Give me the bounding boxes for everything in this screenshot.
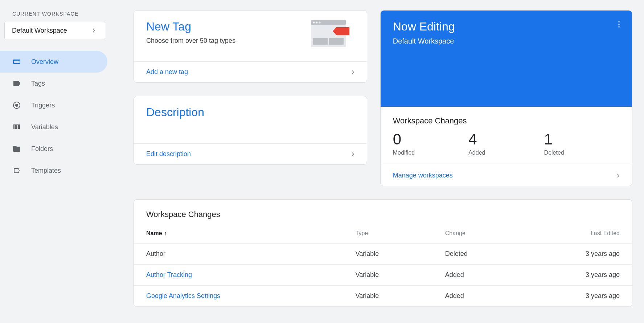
table-row[interactable]: Author Tracking Variable Added 3 years a… xyxy=(134,265,632,286)
col-name[interactable]: Name↑ xyxy=(134,224,343,244)
main-content: New Tag Choose from over 50 tag types xyxy=(117,0,644,323)
stat-value: 4 xyxy=(468,131,544,148)
sidebar-item-overview[interactable]: Overview xyxy=(0,51,107,73)
sidebar: CURRENT WORKSPACE Default Workspace Over… xyxy=(0,0,117,323)
stat-modified: 0 Modified xyxy=(393,131,468,156)
editing-title: Now Editing xyxy=(393,20,620,33)
overview-icon xyxy=(12,57,21,66)
svg-point-2 xyxy=(313,22,315,24)
new-tag-card: New Tag Choose from over 50 tag types xyxy=(134,10,367,83)
cell-change: Added xyxy=(433,265,533,286)
changes-table: Name↑ Type Change Last Edited Author Var… xyxy=(134,224,632,307)
edit-description-text: Edit description xyxy=(146,150,191,158)
sidebar-item-templates[interactable]: Templates xyxy=(0,160,117,181)
sidebar-item-label: Triggers xyxy=(31,102,55,109)
more-vert-icon xyxy=(615,20,623,29)
col-change[interactable]: Change xyxy=(433,224,533,244)
new-tag-subtitle: Choose from over 50 tag types xyxy=(146,37,235,45)
chevron-right-icon xyxy=(349,69,357,76)
tag-illustration-icon xyxy=(311,20,351,48)
svg-point-9 xyxy=(618,24,620,25)
trigger-icon xyxy=(12,101,21,110)
svg-point-3 xyxy=(316,22,317,24)
sidebar-item-label: Templates xyxy=(31,167,61,175)
sidebar-item-triggers[interactable]: Triggers xyxy=(0,94,117,116)
cell-name[interactable]: Google Analytics Settings xyxy=(134,286,343,307)
sidebar-item-label: Variables xyxy=(31,123,58,131)
cell-last: 3 years ago xyxy=(532,286,632,307)
cell-last: 3 years ago xyxy=(532,244,632,265)
svg-point-0 xyxy=(15,104,18,107)
description-title: Description xyxy=(146,106,354,119)
stat-added: 4 Added xyxy=(468,131,544,156)
col-last-edited[interactable]: Last Edited xyxy=(532,224,632,244)
add-tag-link[interactable]: Add a new tag xyxy=(134,61,367,82)
stat-label: Added xyxy=(468,150,544,156)
template-icon xyxy=(12,166,21,175)
stat-value: 1 xyxy=(544,131,620,148)
workspace-label: CURRENT WORKSPACE xyxy=(12,11,117,17)
changes-table-card: Workspace Changes Name↑ Type Change Last… xyxy=(134,199,632,307)
stat-label: Deleted xyxy=(544,150,620,156)
chevron-right-icon xyxy=(615,172,622,179)
sidebar-item-folders[interactable]: Folders xyxy=(0,138,117,160)
sidebar-item-label: Overview xyxy=(31,58,58,66)
cell-name: Author xyxy=(134,244,343,265)
folder-icon xyxy=(12,144,21,153)
workspace-changes-title: Workspace Changes xyxy=(393,116,620,126)
new-tag-title: New Tag xyxy=(146,20,235,33)
description-card: Description Edit description xyxy=(134,96,367,165)
cell-change: Added xyxy=(433,286,533,307)
cell-type: Variable xyxy=(343,286,433,307)
now-editing-card: Now Editing Default Workspace Workspace … xyxy=(380,10,632,186)
nav-list: Overview Tags Triggers Variables Folders… xyxy=(0,51,117,181)
sort-up-icon: ↑ xyxy=(164,230,167,236)
add-tag-link-text: Add a new tag xyxy=(146,68,188,76)
manage-workspaces-text: Manage workspaces xyxy=(393,172,453,179)
more-button[interactable] xyxy=(615,20,623,30)
sidebar-item-tags[interactable]: Tags xyxy=(0,73,117,94)
cell-change: Deleted xyxy=(433,244,533,265)
sidebar-item-label: Folders xyxy=(31,145,53,153)
svg-rect-7 xyxy=(329,38,344,45)
workspace-name: Default Workspace xyxy=(12,27,67,34)
stat-deleted: 1 Deleted xyxy=(544,131,620,156)
chevron-right-icon xyxy=(349,151,357,158)
stat-label: Modified xyxy=(393,150,468,156)
cell-name[interactable]: Author Tracking xyxy=(134,265,343,286)
svg-point-10 xyxy=(618,26,620,28)
tag-icon xyxy=(12,79,21,88)
chevron-right-icon xyxy=(90,27,98,34)
cell-type: Variable xyxy=(343,265,433,286)
editing-subtitle: Default Workspace xyxy=(393,37,620,45)
sidebar-item-variables[interactable]: Variables xyxy=(0,116,117,138)
cell-last: 3 years ago xyxy=(532,265,632,286)
sidebar-item-label: Tags xyxy=(31,80,45,87)
table-row[interactable]: Author Variable Deleted 3 years ago xyxy=(134,244,632,265)
svg-rect-6 xyxy=(313,38,328,45)
changes-table-title: Workspace Changes xyxy=(134,200,632,224)
stat-value: 0 xyxy=(393,131,468,148)
manage-workspaces-link[interactable]: Manage workspaces xyxy=(381,165,632,186)
variables-icon xyxy=(12,123,21,131)
svg-point-4 xyxy=(319,22,320,24)
workspace-selector[interactable]: Default Workspace xyxy=(4,21,105,40)
table-row[interactable]: Google Analytics Settings Variable Added… xyxy=(134,286,632,307)
svg-point-8 xyxy=(618,21,620,23)
edit-description-link[interactable]: Edit description xyxy=(134,143,367,164)
cell-type: Variable xyxy=(343,244,433,265)
col-type[interactable]: Type xyxy=(343,224,433,244)
